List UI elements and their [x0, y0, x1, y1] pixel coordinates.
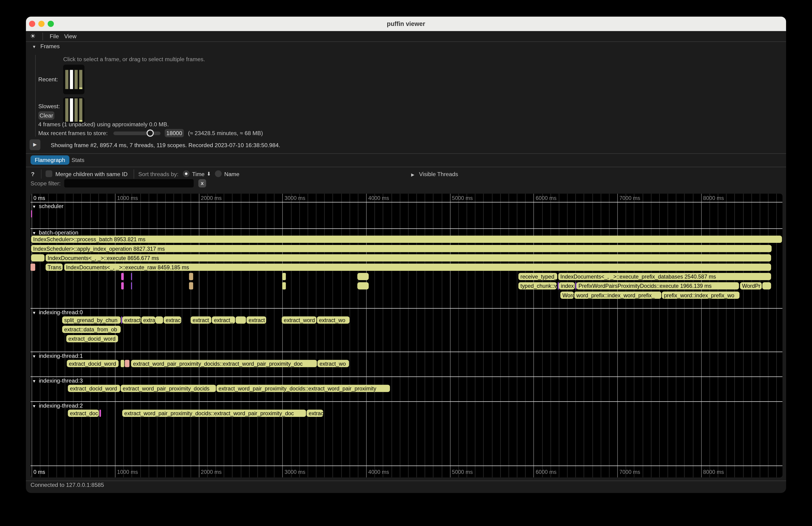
scope-bar[interactable] — [31, 254, 44, 261]
scope-bar[interactable]: split_grenad_by_chun — [62, 316, 121, 323]
scope-bar[interactable] — [131, 273, 132, 280]
visible-threads-header[interactable]: ▶ Visible Threads — [411, 170, 458, 177]
scope-bar[interactable]: extract_word_pair_proximity_docids::extr… — [131, 360, 317, 367]
scope-bar[interactable]: extract_wo — [317, 316, 350, 323]
scope-bar[interactable]: Trans — [46, 263, 63, 271]
slider-knob[interactable] — [146, 130, 154, 137]
thread-header[interactable]: ▼indexing-thread:3 — [32, 377, 83, 384]
clear-button[interactable]: Clear — [38, 111, 54, 120]
frame-thumbnail-bar[interactable] — [75, 70, 78, 89]
tab-flamegraph[interactable]: Flamegraph — [31, 155, 69, 164]
scope-bar[interactable]: extract_ — [212, 316, 235, 323]
scope-bar[interactable]: extrac — [164, 316, 181, 323]
scope-bar[interactable]: receive_typed_ — [518, 273, 557, 280]
visible-threads-label: Visible Threads — [419, 171, 458, 177]
scope-bar[interactable] — [189, 273, 193, 280]
scope-bar[interactable] — [125, 360, 130, 367]
scope-bar[interactable]: Word — [560, 292, 574, 299]
slowest-label: Slowest: — [38, 102, 60, 109]
scope-bar[interactable]: extract_docid_word — [68, 385, 120, 392]
scope-bar[interactable] — [357, 282, 369, 289]
flamegraph-canvas[interactable]: 0 ms0 ms1000 ms1000 ms2000 ms2000 ms3000… — [31, 194, 783, 478]
recent-frames-thumbnail[interactable] — [63, 65, 85, 94]
scope-bar[interactable]: extract_docid_word — [66, 335, 118, 342]
scope-bar[interactable] — [31, 210, 32, 217]
scope-bar[interactable] — [121, 360, 125, 367]
scope-bar[interactable]: PrefixWordPairsProximityDocids::execute … — [576, 282, 739, 289]
time-tick-label: 7000 ms — [620, 469, 640, 475]
clear-filter-button[interactable]: x — [198, 179, 206, 188]
frame-thumbnail-bar[interactable] — [75, 99, 78, 122]
scope-bar[interactable] — [762, 282, 771, 289]
scope-bar[interactable]: typed_chunk::w — [518, 282, 556, 289]
scope-bar[interactable] — [282, 273, 286, 280]
frame-thumbnail-bar[interactable] — [79, 99, 82, 122]
thread-header[interactable]: ▼indexing-thread:0 — [32, 309, 83, 316]
frame-thumbnail-bar[interactable] — [70, 99, 73, 122]
sort-name-radio[interactable] — [215, 170, 221, 177]
scope-bar[interactable] — [575, 282, 576, 289]
scope-bar[interactable]: IndexDocuments<_, _>::execute_raw 8459.1… — [64, 263, 771, 271]
sort-time-radio[interactable] — [183, 170, 190, 177]
scope-filter-input[interactable] — [64, 179, 194, 188]
scope-bar[interactable]: extract_wo — [318, 360, 349, 367]
max-frames-value[interactable]: 18000 — [165, 129, 184, 137]
scope-bar[interactable]: index — [559, 282, 575, 289]
frame-thumbnail-bar[interactable] — [66, 70, 68, 89]
scope-bar[interactable]: extract_ — [190, 316, 211, 323]
frames-collapse-header[interactable]: ▼ Frames — [32, 42, 60, 49]
scope-bar[interactable]: extract_word_pair_proximity_docids — [121, 385, 216, 392]
scope-bar[interactable]: prefix_word::index_prefix_wo — [662, 292, 739, 299]
scope-bar[interactable]: extract_word — [282, 316, 317, 323]
scope-bar[interactable] — [357, 273, 369, 280]
scope-bar[interactable] — [131, 282, 132, 289]
scope-bar[interactable]: WordPr — [740, 282, 762, 289]
scope-bar[interactable]: extract_doc — [68, 410, 99, 417]
scope-bar[interactable]: IndexScheduler>::apply_index_operation 8… — [31, 245, 772, 252]
scope-bar[interactable] — [121, 273, 124, 280]
scope-bar[interactable]: extract_word_pair_proximity_docids::extr… — [216, 385, 390, 392]
app-window: puffin viewer ☀ File View ▼ Frames Click… — [26, 17, 786, 493]
menu-view[interactable]: View — [64, 31, 76, 41]
scope-bar[interactable]: IndexDocuments<_, _>::execute 8656.677 m… — [46, 254, 771, 261]
play-button[interactable]: ▶ — [29, 139, 40, 150]
scope-bar[interactable] — [99, 410, 101, 417]
scope-bar[interactable]: extra — [141, 316, 155, 323]
scope-bar[interactable] — [155, 316, 163, 323]
scope-bar[interactable]: extrac — [307, 410, 323, 417]
slowest-frames-thumbnail[interactable] — [63, 97, 85, 123]
scope-bar[interactable]: extract::data_from_ob — [62, 326, 121, 333]
merge-children-checkbox[interactable] — [46, 170, 53, 177]
thread-header[interactable]: ▼indexing-thread:1 — [32, 352, 83, 360]
scope-bar[interactable] — [31, 263, 35, 271]
sort-name-label: Name — [224, 170, 240, 177]
thread-header[interactable]: ▼batch-operation — [32, 229, 78, 236]
thread-header[interactable]: ▼indexing-thread:2 — [32, 402, 83, 409]
scope-bar[interactable]: extract — [247, 316, 266, 323]
scope-bar[interactable] — [557, 282, 559, 289]
scope-bar[interactable]: extract — [122, 316, 141, 323]
frame-thumbnail-bar[interactable] — [70, 70, 73, 89]
scope-bar[interactable]: IndexDocuments<_, _>::execute_prefix_dat… — [558, 273, 771, 280]
scope-bar[interactable]: IndexScheduler>::process_batch 8953.821 … — [31, 236, 782, 243]
scope-bar[interactable] — [121, 316, 122, 323]
scope-bar[interactable] — [282, 282, 286, 289]
scope-bar[interactable] — [189, 282, 193, 289]
frame-thumbnail-bar[interactable] — [79, 70, 82, 89]
time-tick-label: 4000 ms — [368, 469, 389, 475]
menu-file[interactable]: File — [50, 31, 59, 41]
help-button[interactable]: ? — [31, 170, 34, 177]
thread-header[interactable]: ▼scheduler — [32, 203, 63, 210]
scope-bar[interactable]: extract_docid_word — [67, 360, 118, 367]
tab-stats[interactable]: Stats — [68, 155, 89, 164]
frame-thumbnail-bar[interactable] — [66, 99, 68, 122]
frames-header-label: Frames — [40, 43, 60, 49]
chevron-down-icon: ▼ — [32, 354, 37, 359]
frames-summary: 4 frames (1 unpacked) using approximatel… — [38, 121, 169, 128]
scope-bar[interactable] — [121, 282, 124, 289]
scope-bar[interactable]: word_prefix::index_word_prefix_ — [574, 292, 661, 299]
theme-toggle-icon[interactable]: ☀ — [30, 31, 36, 41]
scope-bar[interactable]: extract_word_pair_proximity_docids::extr… — [122, 410, 306, 417]
scope-bar[interactable] — [236, 316, 246, 323]
chevron-down-icon: ▼ — [32, 379, 37, 384]
